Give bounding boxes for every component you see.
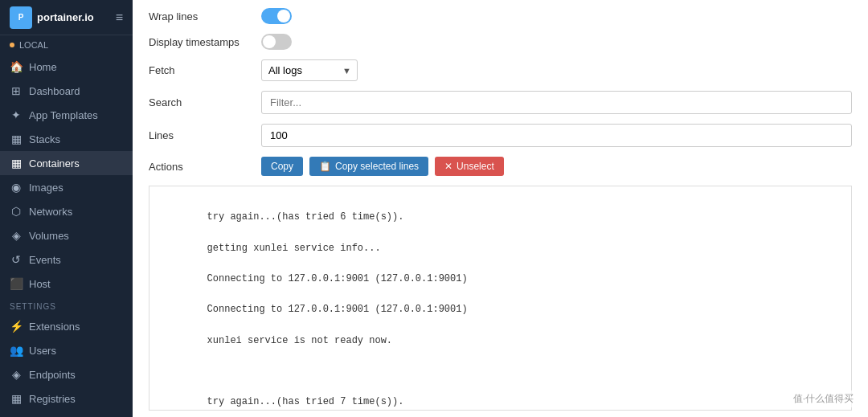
actions-label: Actions [149,161,261,173]
actions-group: Copy 📋 Copy selected lines ✕ Unselect [261,157,852,176]
sidebar-item-dashboard[interactable]: ⊞ Dashboard [0,79,133,103]
registries-icon: ▦ [10,392,23,405]
sidebar-logo: P portainer.io ≡ [0,0,133,35]
unselect-label: Unselect [457,161,494,172]
sidebar-item-app-templates-label: App Templates [29,109,98,121]
sidebar-item-settings[interactable]: ⚙ Settings [0,411,133,417]
log-line-1: try again...(has tried 6 time(s)). [207,211,404,223]
sidebar-item-containers-label: Containers [29,157,80,170]
actions-row: Actions Copy 📋 Copy selected lines ✕ Uns… [149,157,852,176]
copy-selected-button[interactable]: 📋 Copy selected lines [309,157,428,176]
sidebar-item-volumes-label: Volumes [29,230,69,242]
unselect-button[interactable]: ✕ Unselect [435,157,504,176]
sidebar-item-events-label: Events [29,254,61,266]
app-templates-icon: ✦ [10,108,23,121]
wrap-lines-row: Wrap lines [149,8,852,24]
sidebar: P portainer.io ≡ LOCAL 🏠 Home ⊞ Dashboar… [0,0,133,417]
sidebar-item-stacks-label: Stacks [29,133,60,145]
actions-control: Copy 📋 Copy selected lines ✕ Unselect [261,157,852,176]
local-label: LOCAL [19,40,48,50]
log-line-2: getting xunlei service info... [207,243,381,254]
sidebar-item-home-label: Home [29,61,57,73]
log-line-5: xunlei service is not ready now. [207,335,392,346]
sidebar-nav-toggle[interactable]: ≡ [116,10,123,25]
sidebar-logo-text: portainer.io [37,11,94,23]
content-area: Wrap lines Display timestamps Fetch All … [133,0,868,417]
copy-selected-icon: 📋 [319,161,331,172]
containers-icon: ▦ [10,157,23,170]
sidebar-item-home[interactable]: 🏠 Home [0,55,133,79]
sidebar-item-extensions[interactable]: ⚡ Extensions [0,314,133,338]
local-dot [10,43,14,47]
sidebar-item-registries-label: Registries [29,393,76,405]
search-row: Search [149,91,852,114]
sidebar-item-events[interactable]: ↺ Events [0,247,133,272]
wrap-lines-toggle[interactable] [261,8,292,24]
log-content: try again...(has tried 6 time(s)). getti… [149,186,851,411]
wrap-lines-label: Wrap lines [149,10,261,22]
networks-icon: ⬡ [10,205,23,218]
display-timestamps-control [261,34,852,50]
log-container[interactable]: try again...(has tried 6 time(s)). getti… [149,186,852,411]
lines-input[interactable] [261,124,852,147]
sidebar-item-networks-label: Networks [29,206,72,218]
volumes-icon: ◈ [10,229,23,242]
sidebar-item-users[interactable]: 👥 Users [0,338,133,362]
main-content: Wrap lines Display timestamps Fetch All … [133,0,868,417]
sidebar-item-host[interactable]: ⬛ Host [0,272,133,296]
fetch-label: Fetch [149,64,261,76]
fetch-row: Fetch All logs Last 100 Last 500 ▼ [149,59,852,81]
extensions-icon: ⚡ [10,320,23,333]
copy-selected-label: Copy selected lines [335,161,419,172]
sidebar-item-endpoints[interactable]: ◈ Endpoints [0,362,133,386]
fetch-control: All logs Last 100 Last 500 ▼ [261,59,852,81]
sidebar-item-host-label: Host [29,278,51,290]
display-timestamps-row: Display timestamps [149,34,852,50]
sidebar-item-volumes[interactable]: ◈ Volumes [0,223,133,247]
sidebar-item-stacks[interactable]: ▦ Stacks [0,127,133,151]
sidebar-item-images[interactable]: ◉ Images [0,175,133,199]
fetch-select[interactable]: All logs Last 100 Last 500 [261,59,358,81]
sidebar-item-endpoints-label: Endpoints [29,369,76,381]
lines-label: Lines [149,129,261,141]
log-line-3: Connecting to 127.0.0.1:9001 (127.0.0.1:… [207,273,468,284]
log-line-4: Connecting to 127.0.0.1:9001 (127.0.0.1:… [207,304,468,315]
sidebar-item-extensions-label: Extensions [29,321,80,333]
settings-section-label: SETTINGS [0,296,133,314]
fetch-select-wrapper: All logs Last 100 Last 500 ▼ [261,59,358,81]
log-line-7: try again...(has tried 7 time(s)). [207,396,404,407]
search-label: Search [149,96,261,108]
sidebar-item-users-label: Users [29,345,56,357]
watermark: 值·什么值得买 [788,390,858,407]
portainer-logo-icon: P [10,6,32,29]
search-input[interactable] [261,91,852,114]
sidebar-item-images-label: Images [29,182,63,194]
lines-row: Lines [149,124,852,147]
home-icon: 🏠 [10,60,23,73]
sidebar-item-registries[interactable]: ▦ Registries [0,386,133,411]
dashboard-icon: ⊞ [10,84,23,97]
images-icon: ◉ [10,181,23,194]
copy-button[interactable]: Copy [261,157,303,176]
users-icon: 👥 [10,344,23,357]
search-control [261,91,852,114]
sidebar-item-app-templates[interactable]: ✦ App Templates [0,103,133,127]
wrap-lines-control [261,8,852,24]
sidebar-item-networks[interactable]: ⬡ Networks [0,199,133,223]
display-timestamps-label: Display timestamps [149,36,261,48]
events-icon: ↺ [10,253,23,266]
display-timestamps-toggle[interactable] [261,34,292,50]
unselect-icon: ✕ [444,161,452,172]
sidebar-item-dashboard-label: Dashboard [29,85,80,97]
local-section-header: LOCAL [0,35,133,55]
endpoints-icon: ◈ [10,368,23,381]
host-icon: ⬛ [10,277,23,290]
sidebar-item-containers[interactable]: ▦ Containers [0,151,133,175]
lines-control [261,124,852,147]
stacks-icon: ▦ [10,133,23,145]
